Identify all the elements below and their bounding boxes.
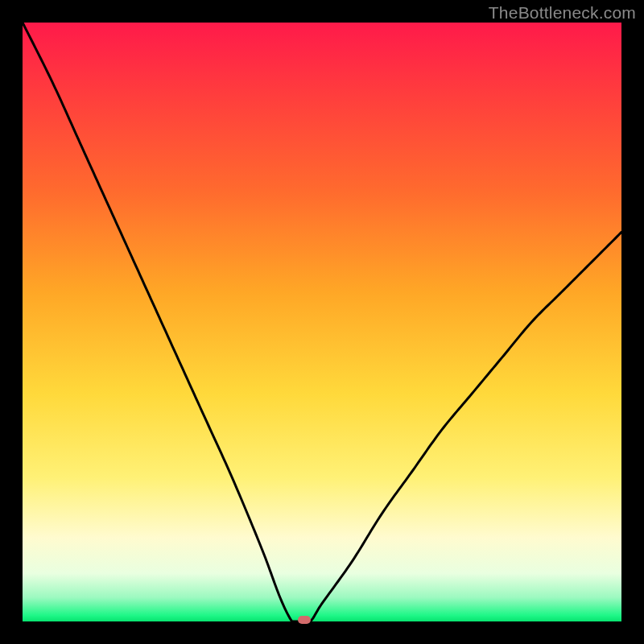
optimal-point-marker	[298, 616, 311, 624]
chart-frame: TheBottleneck.com	[0, 0, 644, 644]
plot-area	[23, 23, 621, 621]
bottleneck-curve	[23, 23, 621, 621]
watermark-text: TheBottleneck.com	[489, 3, 636, 23]
